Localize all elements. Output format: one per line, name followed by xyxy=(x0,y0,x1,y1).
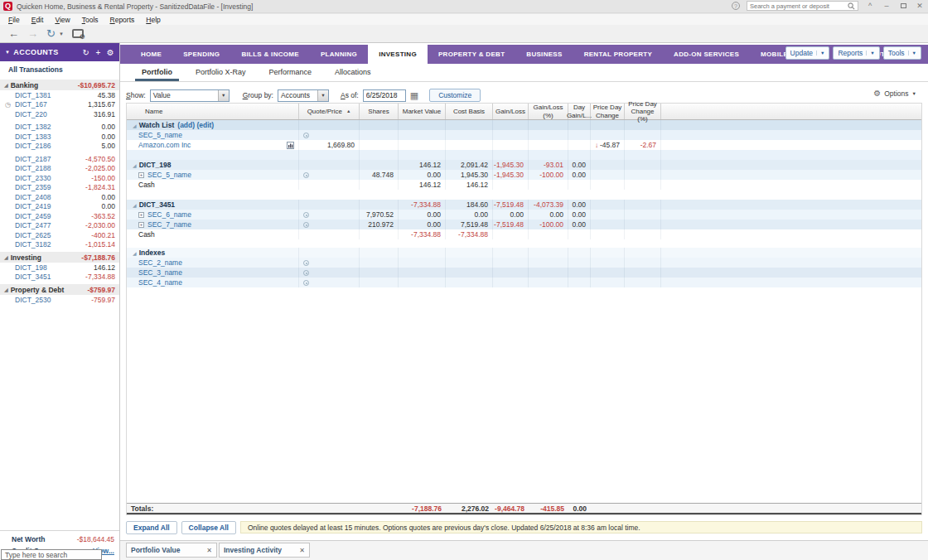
view-tab-portfolio-value[interactable]: Portfolio Value✕ xyxy=(126,543,217,558)
account-name[interactable]: DICT_2408 xyxy=(15,193,101,201)
col-header-price-day[interactable]: Price Day Change xyxy=(591,104,625,119)
subtab-allocations[interactable]: Allocations xyxy=(323,68,383,81)
expand-all-button[interactable]: Expand All xyxy=(126,521,177,534)
expand-plus-icon[interactable]: + xyxy=(138,222,144,228)
search-input[interactable] xyxy=(750,2,848,10)
subtab-performance[interactable]: Performance xyxy=(258,68,324,81)
price-history-icon[interactable] xyxy=(287,142,294,149)
account-name[interactable]: DICT_1383 xyxy=(15,133,101,141)
add-account-icon[interactable]: + xyxy=(95,48,100,57)
section-expand-icon[interactable]: ◢ xyxy=(133,123,137,128)
account-name[interactable]: DICT_3182 xyxy=(15,240,85,249)
accounts-collapse-icon[interactable]: ▼ xyxy=(5,50,10,55)
account-name[interactable]: DICT_2188 xyxy=(15,164,85,172)
account-name[interactable]: DICT_3451 xyxy=(15,273,85,281)
col-header-name[interactable]: Name xyxy=(127,104,299,119)
nav-tab-bills-income[interactable]: BILLS & INCOME xyxy=(230,45,310,64)
restore-icon[interactable] xyxy=(898,2,908,10)
security-name[interactable]: Amazon.com Inc xyxy=(138,141,191,149)
reports-button[interactable]: Reports▼ xyxy=(833,46,879,60)
subtab-portfolio-x-ray[interactable]: Portfolio X-Ray xyxy=(184,68,258,81)
all-transactions-link[interactable]: All Transactions xyxy=(0,61,119,77)
account-name[interactable]: DICT_2419 xyxy=(15,202,101,210)
col-header-market-value[interactable]: Market Value xyxy=(399,104,446,119)
section-expand-icon[interactable]: ◢ xyxy=(133,162,137,168)
security-name[interactable]: SEC_4_name xyxy=(138,278,182,287)
col-header-quote-price[interactable]: Quote/Price▲ xyxy=(299,104,360,119)
net-worth-label[interactable]: Net Worth xyxy=(12,535,77,543)
nav-tab-property-debt[interactable]: PROPERTY & DEBT xyxy=(428,45,515,64)
accounts-refresh-icon[interactable]: ↻ xyxy=(83,48,90,57)
security-name[interactable]: SEC_2_name xyxy=(138,258,182,267)
account-row-dict-2359[interactable]: DICT_2359-1,824.31 xyxy=(0,183,119,193)
account-row-dict-2625[interactable]: DICT_2625-400.21 xyxy=(0,230,119,240)
table-row-amazon-com-inc[interactable]: Amazon.com Inc1,669.80↓-45.87-2.67 xyxy=(127,140,921,150)
close-tab-icon[interactable]: ✕ xyxy=(206,547,212,554)
account-row-dict-1382[interactable]: DICT_13820.00 xyxy=(0,123,119,133)
table-row-blank[interactable] xyxy=(127,150,921,160)
nav-tab-investing[interactable]: INVESTING xyxy=(368,45,428,64)
collapse-ribbon-icon[interactable]: ^ xyxy=(865,2,875,10)
menu-file[interactable]: File xyxy=(3,16,25,24)
quote-download-icon[interactable] xyxy=(303,222,309,228)
account-row-dict-2188[interactable]: DICT_2188-2,025.00 xyxy=(0,164,119,174)
table-row-sec-3-name[interactable]: SEC_3_name xyxy=(127,268,921,278)
menu-help[interactable]: Help xyxy=(141,16,165,24)
section-row-dict-198[interactable]: ◢DICT_198146.122,091.42-1,945.30-93.010.… xyxy=(127,160,921,170)
view-tab-investing-activity[interactable]: Investing Activity✕ xyxy=(219,543,310,558)
col-header-price-day-pct[interactable]: Price Day Change (%) xyxy=(625,104,661,119)
nav-tab-planning[interactable]: PLANNING xyxy=(310,45,368,64)
account-row-dict-167[interactable]: ◷DICT_1671,315.67 xyxy=(0,100,119,110)
tools-button[interactable]: Tools▼ xyxy=(883,46,921,60)
quote-download-icon[interactable] xyxy=(303,212,309,218)
security-name[interactable]: SEC_3_name xyxy=(138,268,182,277)
accounts-header[interactable]: ▼ ACCOUNTS ↻ + ⚙ xyxy=(0,43,119,61)
quote-download-icon[interactable] xyxy=(303,172,309,178)
account-row-dict-1383[interactable]: DICT_13830.00 xyxy=(0,132,119,142)
group-expand-icon[interactable]: ◢ xyxy=(4,254,8,260)
menu-tools[interactable]: Tools xyxy=(77,16,104,24)
sidebar-group-property-debt[interactable]: ◢Property & Debt-$759.97 xyxy=(0,284,119,295)
watchlist-add-edit-links[interactable]: (add) (edit) xyxy=(177,121,214,129)
section-row-indexes[interactable]: ◢Indexes xyxy=(127,248,921,258)
account-name[interactable]: DICT_2186 xyxy=(15,142,101,150)
account-row-dict-198[interactable]: DICT_198146.12 xyxy=(0,263,119,273)
back-icon[interactable]: ← xyxy=(8,28,19,39)
nav-tab-add-on-services[interactable]: ADD-ON SERVICES xyxy=(663,45,750,64)
account-row-dict-2530[interactable]: DICT_2530-759.97 xyxy=(0,295,119,305)
account-row-dict-2408[interactable]: DICT_24080.00 xyxy=(0,192,119,202)
account-name[interactable]: DICT_2530 xyxy=(15,296,91,304)
account-name[interactable]: DICT_198 xyxy=(15,263,94,272)
account-name[interactable]: DICT_2330 xyxy=(15,174,91,182)
account-name[interactable]: DICT_2477 xyxy=(15,221,85,229)
menu-view[interactable]: View xyxy=(50,16,75,24)
mobile-sync-settings-icon[interactable] xyxy=(72,29,84,38)
global-search[interactable] xyxy=(747,1,858,11)
minimize-icon[interactable]: – xyxy=(882,2,892,10)
account-row-dict-1381[interactable]: DICT_138145.38 xyxy=(0,90,119,100)
section-row-watch-list[interactable]: ◢Watch List(add) (edit) xyxy=(127,120,921,130)
table-row-sec-2-name[interactable]: SEC_2_name xyxy=(127,258,921,268)
account-row-dict-2187[interactable]: DICT_2187-4,570.50 xyxy=(0,154,119,164)
expand-plus-icon[interactable]: + xyxy=(138,172,144,178)
account-row-dict-2330[interactable]: DICT_2330-150.00 xyxy=(0,173,119,183)
calendar-icon[interactable]: ▦ xyxy=(410,90,418,101)
subtab-portfolio[interactable]: Portfolio xyxy=(130,68,184,81)
options-menu[interactable]: ⚙ Options ▼ xyxy=(873,89,916,98)
col-header-gain-loss-pct[interactable]: Gain/Loss (%) xyxy=(529,104,568,119)
section-expand-icon[interactable]: ◢ xyxy=(133,250,137,256)
expand-plus-icon[interactable]: + xyxy=(138,212,144,218)
close-tab-icon[interactable]: ✕ xyxy=(299,547,305,554)
account-row-dict-220[interactable]: DICT_220316.91 xyxy=(0,109,119,119)
nav-tab-home[interactable]: HOME xyxy=(130,45,172,64)
table-row-sec-7-name[interactable]: +SEC_7_name210.9720.007,519.48-7,519.48-… xyxy=(127,220,921,229)
update-button[interactable]: Update▼ xyxy=(785,46,830,60)
account-row-dict-2186[interactable]: DICT_21865.00 xyxy=(0,142,119,152)
nav-tab-business[interactable]: BUSINESS xyxy=(515,45,573,64)
security-name[interactable]: SEC_5_name xyxy=(147,171,191,179)
table-row-sec-5-name[interactable]: +SEC_5_name48.7480.001,945.30-1,945.30-1… xyxy=(127,170,921,180)
account-name[interactable]: DICT_1381 xyxy=(15,91,98,99)
table-row-sec-4-name[interactable]: SEC_4_name xyxy=(127,278,921,287)
show-select[interactable]: Value ▼ xyxy=(150,89,230,102)
account-name[interactable]: DICT_220 xyxy=(15,110,94,118)
